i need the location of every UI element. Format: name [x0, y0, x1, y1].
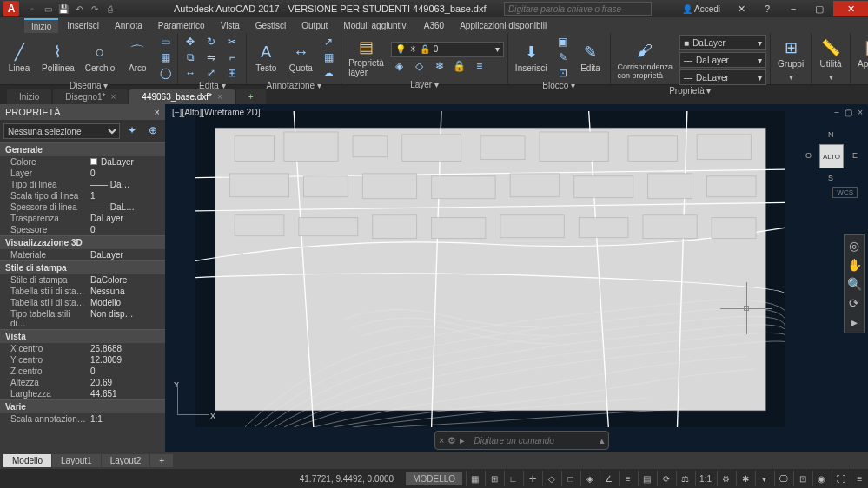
quick-select-icon[interactable]: ✦	[123, 123, 141, 137]
props-category[interactable]: Visualizzazione 3D	[0, 235, 165, 249]
cycle-icon[interactable]: ⟳	[657, 471, 674, 486]
scale-label[interactable]: 1:1	[695, 471, 715, 486]
props-row[interactable]: X centro26.8688	[0, 343, 165, 354]
clean-icon[interactable]: ⛶	[832, 471, 849, 486]
matchprop-button[interactable]: 🖌Corrispondenza con proprietà	[614, 39, 677, 82]
quota-button[interactable]: ↔Quota	[285, 40, 316, 75]
print-icon[interactable]: ⎙	[104, 3, 116, 15]
layer-off-icon[interactable]: ◇	[411, 59, 428, 73]
props-row[interactable]: Layer0	[0, 168, 165, 179]
layer-prop-button[interactable]: ▤Proprietà layer	[345, 35, 388, 79]
gear-icon[interactable]: ⚙	[717, 471, 734, 486]
signin-link[interactable]: 👤 Accedi	[682, 4, 720, 14]
model-button[interactable]: MODELLO	[406, 472, 462, 485]
maximize-button[interactable]: ▢	[807, 1, 832, 16]
tab-apps[interactable]: Applicazioni disponibili	[453, 19, 553, 32]
orbit-icon[interactable]: ⟳	[849, 296, 859, 310]
new-tab-button[interactable]: +	[236, 89, 266, 104]
close-tab-icon[interactable]: ×	[111, 92, 116, 102]
props-row[interactable]: Tipo di linea—— Da…	[0, 179, 165, 190]
pick-add-icon[interactable]: ⊕	[144, 123, 162, 137]
file-tab-inizio[interactable]: Inizio	[7, 89, 51, 104]
layout-tab-layout2[interactable]: Layout2	[102, 454, 150, 467]
props-row[interactable]: Tabella stili di sta…Nessuna	[0, 286, 165, 297]
leader-icon[interactable]: ↗	[320, 35, 337, 49]
command-line[interactable]: × ⚙ ▸_ ▴	[434, 431, 609, 450]
utilita-button[interactable]: 📏Utilità	[815, 36, 846, 70]
file-tab-current[interactable]: 449063_base.dxf*×	[129, 89, 234, 104]
polilinea-button[interactable]: ⌇Polilinea	[38, 40, 78, 75]
new-icon[interactable]: ▫	[26, 3, 38, 15]
props-row[interactable]: MaterialeDaLayer	[0, 249, 165, 260]
tab-output[interactable]: Output	[295, 19, 335, 32]
layer-iso-icon[interactable]: ◈	[391, 59, 408, 73]
save-icon[interactable]: 💾	[57, 3, 70, 15]
recent-cmd-icon[interactable]: ▴	[600, 435, 605, 446]
cloud-icon[interactable]: ☁	[320, 66, 337, 80]
osnap-icon[interactable]: □	[561, 471, 579, 486]
arco-button[interactable]: ⌒Arco	[122, 40, 153, 75]
minimize-view-icon[interactable]: −	[834, 108, 839, 117]
minimize-button[interactable]: −	[781, 1, 805, 16]
close-tab-icon[interactable]: ×	[217, 92, 222, 102]
edita-block-button[interactable]: ✎Edita	[575, 40, 606, 75]
transparency-icon[interactable]: ▤	[638, 471, 655, 486]
grid-icon[interactable]: ▦	[466, 471, 483, 486]
layout-tab-layout1[interactable]: Layout1	[52, 454, 101, 467]
annovis-icon[interactable]: ✱	[736, 471, 753, 486]
cerchio-button[interactable]: ○Cerchio	[82, 40, 118, 75]
ucs-icon[interactable]: Y X	[174, 382, 217, 425]
props-row[interactable]: Spessore di linea—— DaL…	[0, 201, 165, 213]
props-row[interactable]: Tabella stili di sta…Modello	[0, 297, 165, 308]
inserisci-button[interactable]: ⬇Inserisci	[512, 40, 551, 75]
props-row[interactable]: TrasparenzaDaLayer	[0, 213, 165, 224]
props-row[interactable]: Stile di stampaDaColore	[0, 274, 165, 286]
appunti-button[interactable]: 📋Appunti	[854, 36, 868, 70]
isodraft-icon[interactable]: ◇	[542, 471, 560, 486]
tab-a360[interactable]: A360	[417, 19, 451, 32]
props-row[interactable]: Altezza20.69	[0, 377, 165, 388]
color-dropdown[interactable]: ■ DaLayer▾	[679, 35, 766, 50]
layer-lock-icon[interactable]: 🔒	[451, 59, 468, 73]
props-row[interactable]: Y centro12.3009	[0, 354, 165, 366]
props-row[interactable]: Larghezza44.651	[0, 388, 165, 399]
showmotion-icon[interactable]: ▸	[851, 315, 858, 329]
scale-icon[interactable]: ⤢	[202, 66, 220, 80]
props-row[interactable]: Scala annotazion…1:1	[0, 413, 165, 425]
customize-icon[interactable]: ≡	[851, 471, 868, 486]
exchange-icon[interactable]: ✕	[729, 1, 753, 16]
props-row[interactable]: Scala tipo di linea1	[0, 190, 165, 201]
redo-icon[interactable]: ↷	[89, 3, 101, 15]
polar-icon[interactable]: ✛	[523, 471, 540, 486]
wcs-label[interactable]: WCS	[832, 187, 858, 198]
props-row[interactable]: ColoreDaLayer	[0, 156, 165, 168]
tab-gestisci[interactable]: Gestisci	[248, 19, 294, 32]
tab-inizio[interactable]: Inizio	[24, 18, 58, 33]
block-attr-icon[interactable]: ⊡	[554, 66, 572, 80]
stretch-icon[interactable]: ↔	[182, 66, 199, 80]
view-label[interactable]: [−][Alto][Wireframe 2D]	[172, 108, 260, 117]
ltype-dropdown[interactable]: — DaLayer▾	[679, 69, 766, 85]
open-icon[interactable]: ▭	[42, 3, 54, 15]
array-icon[interactable]: ⊞	[223, 66, 241, 80]
testo-button[interactable]: ATesto	[250, 40, 282, 75]
isolate-icon[interactable]: ◉	[812, 471, 830, 486]
tab-moduli[interactable]: Moduli aggiuntivi	[336, 19, 415, 32]
command-input[interactable]	[474, 436, 596, 445]
props-row[interactable]: Spessore0	[0, 224, 165, 235]
table-icon[interactable]: ▦	[320, 50, 337, 64]
gruppi-button[interactable]: ⊞Gruppi	[774, 36, 807, 70]
maximize-view-icon[interactable]: ▢	[845, 108, 852, 117]
tab-parametrico[interactable]: Parametrico	[151, 19, 212, 32]
hardware-icon[interactable]: ⊡	[793, 471, 811, 486]
tab-inserisci[interactable]: Inserisci	[60, 19, 106, 32]
move-icon[interactable]: ✥	[182, 35, 199, 49]
otrack-icon[interactable]: ∠	[600, 471, 617, 486]
rotate-icon[interactable]: ↻	[202, 35, 220, 49]
block-edit-icon[interactable]: ✎	[554, 50, 572, 64]
undo-icon[interactable]: ↶	[73, 3, 85, 15]
customize-cmd-icon[interactable]: ⚙	[447, 435, 456, 446]
props-row[interactable]: Z centro0	[0, 366, 165, 377]
hatch-icon[interactable]: ▦	[156, 50, 174, 64]
props-category[interactable]: Stile di stampa	[0, 260, 165, 274]
